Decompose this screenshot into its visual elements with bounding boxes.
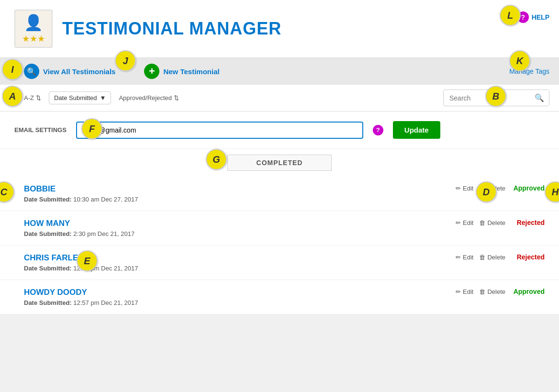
trash-icon: 🗑: [479, 254, 485, 261]
testimonial-actions: ✏ Edit 🗑 Delete Approved: [456, 288, 545, 295]
help-button[interactable]: ? HELP: [517, 11, 549, 23]
filter-bar: A A-Z ⇅ Date Submitted ▼ Approved/Reject…: [0, 85, 559, 112]
date-submitted-label: Date Submitted: [54, 94, 97, 101]
testimonial-content: HOWDY DOODY Date Submitted: 12:57 pm Dec…: [24, 288, 456, 306]
testimonial-actions: ✏ Edit 🗑 Delete Rejected: [456, 253, 545, 261]
app-title: TESTIMONIAL MANAGER: [62, 19, 281, 39]
sort-az-label: A-Z: [24, 94, 34, 101]
testimonial-actions: ✏ Edit 🗑 Delete Rejected: [456, 219, 545, 226]
person-icon: 👤: [24, 13, 43, 32]
testimonial-date: Date Submitted: 12:57 pm Dec 21, 2017: [24, 299, 456, 306]
table-row: E CHRIS FARLEY Date Submitted: 12:58 pm …: [0, 246, 559, 280]
delete-button[interactable]: 🗑 Delete: [479, 254, 505, 261]
sort-arrows2-icon: ⇅: [174, 94, 179, 101]
search-icon: 🔍: [24, 64, 39, 79]
testimonials-list: C BOBBIE Date Submitted: 10:30 am Dec 27…: [0, 177, 559, 314]
stars-icon: ★★★: [22, 34, 45, 44]
status-badge: Approved: [511, 288, 545, 295]
status-badge: Rejected: [511, 253, 545, 261]
label-K: K: [509, 50, 530, 71]
testimonial-name: HOW MANY: [24, 219, 456, 228]
testimonial-name: HOWDY DOODY: [24, 288, 456, 297]
view-all-button[interactable]: 🔍 View All Testimonials: [24, 64, 115, 79]
pencil-icon: ✏: [456, 219, 461, 226]
email-settings-label: EMAIL SETTINGS: [14, 126, 67, 134]
delete-button[interactable]: 🗑 Delete: [479, 219, 505, 226]
chevron-down-icon: ▼: [100, 94, 106, 101]
table-row: HOW MANY Date Submitted: 2:30 pm Dec 21,…: [0, 211, 559, 246]
sort-az-button[interactable]: A-Z ⇅: [24, 94, 41, 101]
label-D: D: [476, 181, 497, 202]
trash-icon: 🗑: [479, 219, 485, 226]
logo: 👤 ★★★: [14, 10, 53, 48]
completed-label: COMPLETED: [227, 155, 332, 171]
edit-button[interactable]: ✏ Edit: [456, 288, 473, 295]
label-H: H: [545, 181, 559, 202]
table-row: HOWDY DOODY Date Submitted: 12:57 pm Dec…: [0, 280, 559, 314]
testimonial-content: HOW MANY Date Submitted: 2:30 pm Dec 21,…: [24, 219, 456, 237]
new-testimonial-button[interactable]: + New Testimonial: [144, 64, 219, 79]
completed-section: G COMPLETED: [0, 149, 559, 177]
new-label: New Testimonial: [163, 67, 219, 76]
approved-rejected-filter[interactable]: Approved/Rejected ⇅: [119, 94, 179, 101]
email-settings-section: F EMAIL SETTINGS ? Update: [0, 112, 559, 149]
testimonial-name: BOBBIE: [24, 184, 456, 194]
approved-rejected-label: Approved/Rejected: [119, 94, 172, 101]
trash-icon: 🗑: [479, 288, 485, 295]
pencil-icon: ✏: [456, 254, 461, 261]
toolbar: I 🔍 View All Testimonials J + New Testim…: [0, 58, 559, 85]
testimonial-actions: ✏ Edit 🗑 Delete Approved: [456, 184, 545, 192]
label-F: F: [81, 118, 102, 139]
label-J: J: [115, 50, 136, 71]
update-button[interactable]: Update: [393, 121, 440, 139]
email-input[interactable]: [76, 122, 363, 139]
delete-button[interactable]: 🗑 Delete: [479, 288, 505, 295]
plus-icon: +: [144, 64, 159, 79]
label-G: G: [206, 149, 227, 170]
edit-button[interactable]: ✏ Edit: [456, 185, 473, 192]
help-label: HELP: [532, 13, 549, 21]
label-E: E: [77, 250, 98, 271]
status-badge: Approved: [511, 184, 545, 192]
edit-button[interactable]: ✏ Edit: [456, 254, 473, 261]
testimonial-date: Date Submitted: 2:30 pm Dec 21, 2017: [24, 230, 456, 237]
date-submitted-dropdown[interactable]: Date Submitted ▼: [49, 91, 111, 104]
label-I: I: [2, 59, 23, 80]
label-B: B: [485, 86, 506, 107]
pencil-icon: ✏: [456, 288, 461, 295]
table-row: C BOBBIE Date Submitted: 10:30 am Dec 27…: [0, 177, 559, 211]
testimonial-content: BOBBIE Date Submitted: 10:30 am Dec 27, …: [24, 184, 456, 203]
pencil-icon: ✏: [456, 185, 461, 192]
label-C: C: [0, 181, 14, 202]
edit-button[interactable]: ✏ Edit: [456, 219, 473, 226]
label-A: A: [2, 86, 23, 107]
label-L: L: [500, 5, 521, 26]
testimonial-date: Date Submitted: 10:30 am Dec 27, 2017: [24, 196, 456, 203]
view-all-label: View All Testimonials: [43, 67, 115, 76]
header: 👤 ★★★ TESTIMONIAL MANAGER L ? HELP: [0, 0, 559, 58]
search-button[interactable]: 🔍: [530, 90, 549, 106]
sort-arrows-icon: ⇅: [36, 94, 41, 101]
email-help-icon[interactable]: ?: [373, 125, 383, 135]
status-badge: Rejected: [511, 219, 545, 226]
